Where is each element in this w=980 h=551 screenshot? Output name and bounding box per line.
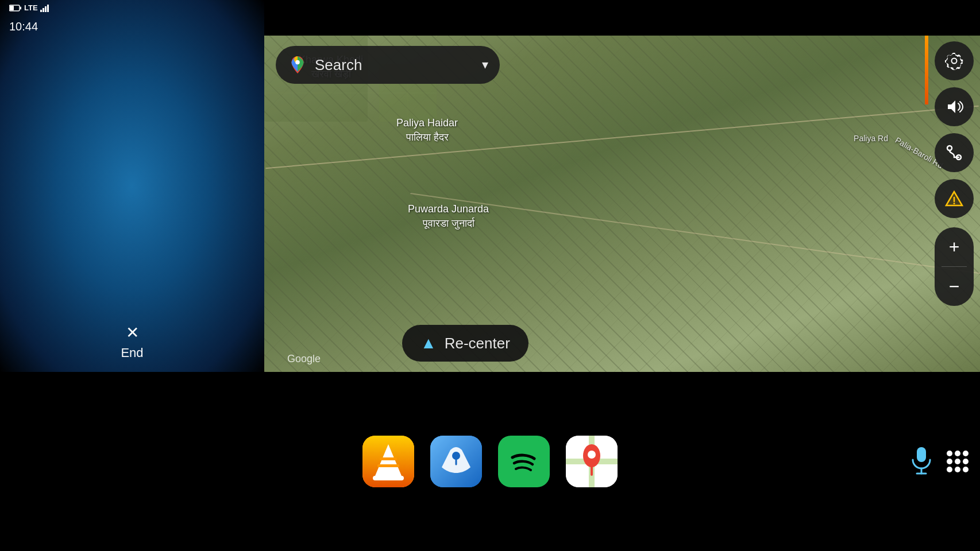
search-chevron-icon[interactable]: ▾ (482, 57, 488, 72)
orange-accent (925, 36, 928, 104)
signal-icon (40, 4, 52, 12)
microphone-button[interactable] (910, 446, 933, 477)
warning-button[interactable] (935, 179, 974, 218)
grid-dot (955, 459, 960, 464)
route-icon (945, 143, 963, 162)
end-call-area: ✕ End (121, 325, 143, 360)
lte-label: LTE (24, 3, 38, 12)
grid-dot (963, 451, 969, 456)
settings-button[interactable] (935, 41, 974, 80)
map-label-paliya-rd: Paliya Rd (854, 133, 888, 145)
maps-app-icon[interactable] (566, 436, 618, 487)
battery-icon (9, 5, 22, 11)
right-controls: + − (928, 36, 980, 372)
map-label-paliya: Paliya Haidar पालिया हैदर (396, 116, 458, 145)
close-icon[interactable]: ✕ (126, 325, 139, 341)
left-panel: ✕ End (0, 0, 264, 372)
svg-rect-3 (40, 10, 42, 12)
spotify-icon-svg (498, 436, 550, 487)
search-text: Search (315, 56, 475, 74)
grid-dot (963, 467, 969, 472)
zoom-out-button[interactable]: − (935, 267, 974, 306)
svg-rect-6 (47, 5, 49, 12)
spotify-app-icon[interactable] (498, 436, 550, 487)
status-top-row: LTE (9, 3, 52, 12)
svg-point-32 (954, 203, 955, 204)
map-label-puwarda: Puwarda Junarda पूवारडा जुनार्दा (408, 202, 489, 231)
grid-dot (963, 459, 969, 464)
recenter-button[interactable]: ▲ Re-center (402, 325, 528, 362)
phone-app-icon[interactable] (430, 436, 482, 487)
recenter-label: Re-center (445, 335, 510, 352)
svg-rect-2 (20, 6, 21, 9)
maps-icon-svg (566, 436, 618, 487)
grid-dot (947, 459, 952, 464)
google-watermark: Google (287, 353, 321, 365)
status-bar: LTE 10:44 (0, 0, 115, 36)
zoom-container: + − (935, 227, 974, 306)
vlc-icon-svg (362, 436, 414, 487)
taskbar-right-controls (910, 372, 969, 551)
svg-rect-37 (380, 457, 397, 460)
svg-point-47 (588, 451, 596, 459)
microphone-icon (910, 446, 933, 475)
svg-rect-1 (10, 6, 14, 10)
recenter-arrow-icon: ▲ (420, 334, 437, 352)
warning-icon (945, 189, 963, 208)
route-button[interactable] (935, 133, 974, 172)
settings-icon (945, 52, 963, 70)
map-area[interactable]: Kharwa Khedi खरवा खेड़ी Paliya Haidar पा… (264, 36, 980, 372)
volume-button[interactable] (935, 87, 974, 126)
grid-dot (955, 467, 960, 472)
svg-rect-4 (43, 8, 44, 12)
volume-icon (945, 98, 963, 116)
svg-rect-5 (45, 6, 47, 12)
search-bar[interactable]: Search ▾ (276, 46, 500, 84)
grid-dot (955, 451, 960, 456)
grid-dot (947, 451, 952, 456)
grid-dot (947, 467, 952, 472)
svg-point-28 (295, 60, 300, 65)
svg-rect-38 (377, 464, 399, 467)
map-roads (264, 36, 980, 372)
app-icons-container (0, 372, 980, 551)
svg-rect-36 (373, 476, 404, 480)
apps-grid-button[interactable] (947, 451, 969, 472)
svg-rect-48 (917, 447, 926, 462)
zoom-in-button[interactable]: + (935, 227, 974, 266)
vlc-app-icon[interactable] (362, 436, 414, 487)
phone-icon-svg (430, 436, 482, 487)
time-display: 10:44 (9, 20, 38, 33)
taskbar (0, 372, 980, 551)
maps-pin-icon (287, 55, 308, 75)
end-label[interactable]: End (121, 346, 143, 360)
